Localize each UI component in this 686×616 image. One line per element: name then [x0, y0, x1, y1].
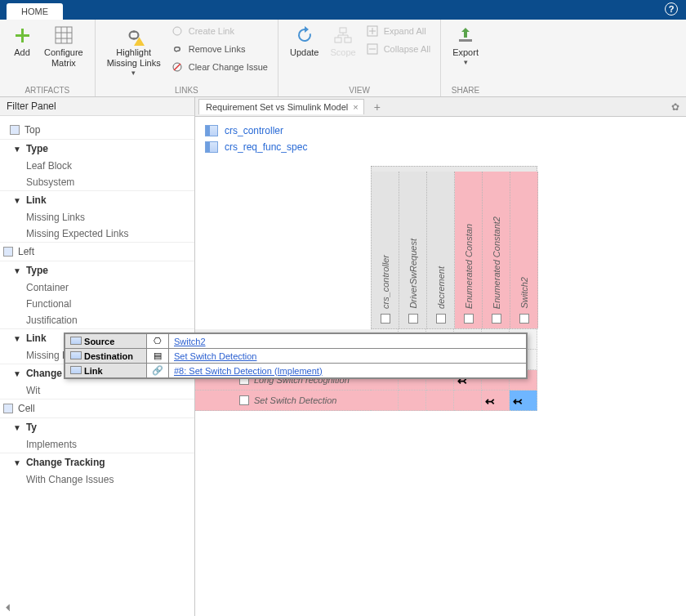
plus-icon	[11, 25, 33, 46]
reqset-icon	[205, 141, 218, 153]
column-header[interactable]: decrement	[427, 172, 455, 328]
create-link-button[interactable]: Create Link	[167, 23, 271, 39]
filter-with-change-cut[interactable]: Wit	[0, 382, 194, 399]
add-tab-button[interactable]: +	[368, 100, 387, 114]
editor-tab-label: Requirement Set vs Simulink Model	[206, 102, 348, 112]
help-icon[interactable]: ?	[665, 2, 678, 16]
filter-subsystem[interactable]: Subsystem	[0, 174, 194, 190]
square-icon	[3, 404, 13, 413]
group-share-label: SHARE	[448, 86, 483, 96]
matrix-cell[interactable]	[426, 391, 454, 411]
filter-cell[interactable]: Cell	[0, 399, 194, 417]
cfg-crs-controller[interactable]: crs_controller	[205, 125, 307, 136]
column-header[interactable]: Switch2	[510, 172, 538, 328]
tooltip-link-key: Link	[65, 364, 147, 378]
svg-rect-11	[345, 38, 351, 42]
export-button[interactable]: Export ▾	[448, 23, 483, 68]
block-icon: ⎔	[147, 334, 169, 349]
group-view-label: VIEW	[285, 86, 434, 96]
filter-left[interactable]: Left	[0, 242, 194, 261]
link-icon: 🔗	[147, 364, 169, 378]
column-header[interactable]: crs_controller	[372, 172, 399, 328]
tooltip-source-key: Source	[65, 334, 147, 349]
svg-rect-10	[335, 38, 341, 42]
matrix-cell[interactable]	[399, 391, 426, 411]
link-remove-icon	[171, 42, 184, 56]
filter-missing-expected[interactable]: Missing Expected Links	[0, 225, 194, 242]
filter-change-tracking-2[interactable]: ▼Change Tracking	[0, 453, 194, 471]
svg-line-8	[174, 64, 180, 70]
column-header[interactable]: DriverSwRequest	[399, 172, 427, 328]
scope-button[interactable]: Scope	[325, 23, 360, 60]
filter-container[interactable]: Container	[0, 279, 194, 296]
req-icon	[239, 395, 249, 405]
filter-implements[interactable]: Implements	[0, 436, 194, 453]
refresh-icon	[294, 25, 315, 46]
filter-functional[interactable]: Functional	[0, 296, 194, 312]
matrix-cell[interactable]	[454, 391, 482, 411]
link-warning-icon	[123, 25, 145, 46]
tab-home[interactable]: HOME	[7, 3, 63, 20]
svg-rect-21	[459, 39, 472, 42]
filter-top[interactable]: Top	[0, 121, 194, 139]
group-artifacts-label: ARTIFACTS	[7, 86, 88, 96]
expand-all-button[interactable]: Expand All	[363, 23, 434, 39]
remove-links-button[interactable]: Remove Links	[167, 41, 271, 57]
close-icon[interactable]: ×	[353, 102, 358, 112]
expand-icon	[366, 25, 379, 38]
clear-change-button[interactable]: Clear Change Issue	[167, 59, 271, 75]
filter-panel-title: Filter Panel	[0, 97, 194, 116]
filter-link-header[interactable]: ▼Link	[0, 190, 194, 209]
column-label: decrement	[436, 265, 446, 310]
tooltip-source-link[interactable]: Switch2	[174, 337, 206, 346]
gear-icon[interactable]: ✿	[671, 101, 679, 113]
row-label: Set Switch Detection	[254, 395, 337, 405]
update-button[interactable]: Update	[285, 23, 323, 60]
collapse-panel-icon[interactable]: ⏴	[3, 601, 13, 613]
link-tooltip: Source ⎔ Switch2 Destination ▤ Set Switc…	[64, 333, 528, 379]
link-plus-icon	[171, 25, 184, 38]
link-arrow-icon: ↢	[485, 395, 495, 408]
model-icon	[205, 125, 218, 136]
configure-matrix-button[interactable]: Configure Matrix	[39, 23, 88, 70]
column-label: Enumerated Constan	[464, 222, 474, 310]
highlight-missing-button[interactable]: Highlight Missing Links ▾	[102, 23, 166, 78]
ribbon: Add Configure Matrix ARTIFACTS Highlight…	[0, 20, 686, 97]
column-label: Enumerated Constant2	[492, 215, 501, 310]
column-header[interactable]: Enumerated Constant2	[483, 172, 510, 328]
column-label: DriverSwRequest	[408, 237, 418, 310]
filter-with-change-issues[interactable]: With Change Issues	[0, 471, 194, 488]
filter-leaf-block[interactable]: Leaf Block	[0, 158, 194, 174]
block-icon	[436, 314, 446, 324]
row-icon	[70, 366, 82, 374]
chevron-down-icon: ▾	[131, 69, 136, 77]
svg-rect-9	[340, 28, 346, 33]
svg-rect-0	[56, 27, 72, 43]
collapse-icon	[366, 42, 379, 56]
matrix-cell[interactable]	[371, 391, 399, 411]
matrix-cell[interactable]: ↢	[482, 391, 510, 411]
matrix-cell[interactable]: ↢	[510, 391, 537, 411]
svg-point-6	[173, 27, 181, 35]
scope-icon	[332, 25, 354, 46]
filter-missing-links[interactable]: Missing Links	[0, 209, 194, 225]
tooltip-dest-key: Destination	[65, 349, 147, 364]
group-links-label: LINKS	[102, 86, 271, 96]
collapse-all-button[interactable]: Collapse All	[363, 41, 434, 57]
add-button[interactable]: Add	[7, 23, 38, 60]
cfg-crs-req[interactable]: crs_req_func_spec	[205, 141, 307, 153]
editor-tab[interactable]: Requirement Set vs Simulink Model ×	[198, 99, 364, 114]
tooltip-link-link[interactable]: #8: Set Switch Detection (Implement)	[174, 366, 323, 376]
block-icon	[464, 314, 474, 324]
link-clear-icon	[171, 60, 184, 74]
column-label: crs_controller	[381, 253, 390, 310]
filter-justification[interactable]: Justification	[0, 312, 194, 328]
tooltip-dest-link[interactable]: Set Switch Detection	[174, 351, 257, 361]
filter-type-header-2[interactable]: ▼Type	[0, 261, 194, 279]
block-icon	[408, 314, 418, 324]
filter-type-header-3[interactable]: ▼Ty	[0, 417, 194, 436]
square-icon	[3, 247, 13, 257]
filter-type-header[interactable]: ▼Type	[0, 139, 194, 158]
block-icon	[381, 314, 390, 324]
column-header[interactable]: Enumerated Constan	[455, 172, 483, 328]
